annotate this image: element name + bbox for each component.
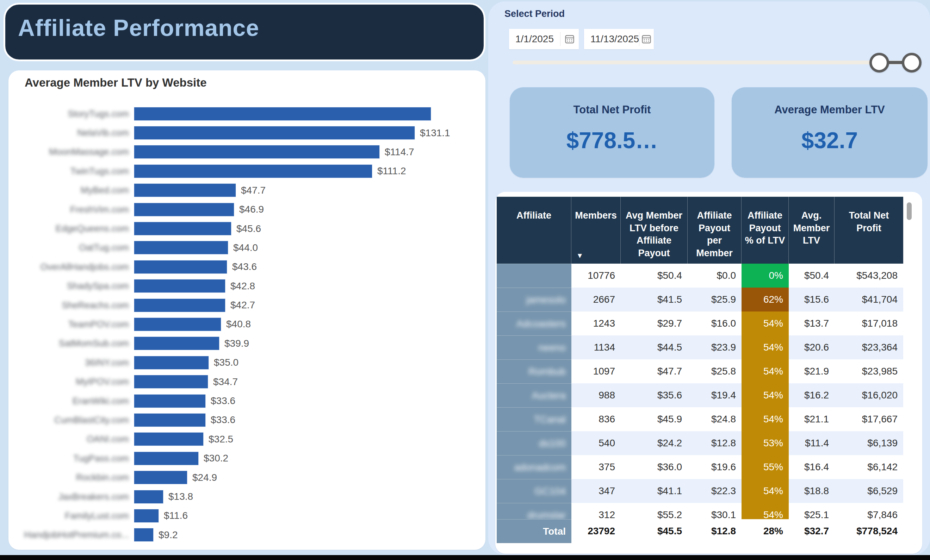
- payout-pct-cell: 54%: [742, 503, 789, 519]
- bar-row: MyBed.com$47.7: [8, 181, 485, 200]
- column-header-members[interactable]: Members▼: [571, 197, 621, 264]
- value-cell: $45.9: [621, 407, 688, 431]
- value-cell: $15.6: [789, 288, 835, 311]
- value-cell: 10776: [571, 264, 621, 288]
- bar-row: MyIPOV.com$34.7: [8, 372, 485, 391]
- column-header-total-net-profit[interactable]: Total Net Profit: [835, 197, 903, 264]
- slider-handle-start[interactable]: [869, 53, 889, 72]
- bar[interactable]: [134, 336, 219, 350]
- table-row[interactable]: TCanal836$45.9$24.854%$21.1$17,667: [497, 407, 903, 431]
- bar-row: OANI.com$32.5: [8, 430, 485, 449]
- column-header-affiliate-payout-per-member[interactable]: Affiliate Payout per Member: [688, 197, 742, 264]
- value-cell: $21.1: [789, 407, 835, 431]
- bar-category-label: MyIPOV.com: [8, 376, 134, 387]
- value-cell: 2667: [571, 288, 621, 311]
- column-header-avg-member-ltv[interactable]: Avg. Member LTV: [789, 197, 835, 264]
- start-date-input[interactable]: 1/1/2025: [509, 29, 579, 49]
- bar-category-label: NelaVib.com: [8, 127, 134, 138]
- bar[interactable]: [134, 318, 221, 331]
- value-cell: $17,667: [835, 407, 903, 431]
- bar[interactable]: [134, 299, 225, 312]
- bar[interactable]: [134, 279, 225, 293]
- bar[interactable]: [134, 452, 199, 465]
- bar[interactable]: [134, 183, 236, 197]
- table-row[interactable]: neeno1134$44.5$23.954%$20.6$23,364: [497, 336, 903, 359]
- total-value-cell: $12.8: [688, 519, 742, 543]
- payout-pct-cell: 0%: [742, 264, 789, 288]
- bar-category-label: Rockbin.com: [8, 472, 134, 483]
- bar[interactable]: [134, 356, 209, 370]
- bar-category-label: SatMomSub.com: [8, 338, 134, 349]
- bar-value-label: $43.6: [232, 261, 257, 272]
- bar[interactable]: [134, 145, 380, 159]
- table-row[interactable]: jamesolo2667$41.5$25.962%$15.6$41,704: [497, 288, 903, 311]
- bar-category-label: SheReachs.com: [8, 300, 134, 311]
- value-cell: $6,529: [835, 479, 903, 503]
- calendar-icon[interactable]: [560, 34, 579, 44]
- end-date-input[interactable]: 11/13/2025: [584, 29, 654, 49]
- bar[interactable]: [134, 509, 159, 523]
- bar[interactable]: [134, 413, 206, 427]
- bar-category-label: OatTug.com: [8, 242, 134, 253]
- bar[interactable]: [134, 107, 431, 121]
- date-range-slider-track[interactable]: [513, 61, 916, 64]
- bar[interactable]: [134, 432, 203, 446]
- bar-value-label: $111.2: [377, 166, 406, 177]
- table-scrollbar-thumb[interactable]: [907, 203, 912, 220]
- value-cell: 1243: [571, 311, 621, 336]
- value-cell: $16.0: [688, 311, 742, 336]
- bar-value-label: $24.9: [192, 472, 217, 483]
- table-row[interactable]: drumslar312$55.2$30.154%$25.1$7,846: [497, 503, 903, 519]
- value-cell: $25.1: [789, 503, 835, 519]
- bar[interactable]: [134, 471, 188, 484]
- table-row[interactable]: Auctera988$35.6$19.454%$16.2$16,020: [497, 383, 903, 407]
- table-row[interactable]: Adcoasters1243$29.7$16.054%$13.7$17,018: [497, 311, 903, 336]
- value-cell: $24.2: [621, 431, 688, 455]
- end-date-value[interactable]: 11/13/2025: [584, 34, 639, 45]
- column-header-affiliate[interactable]: Affiliate: [497, 197, 571, 264]
- table-row[interactable]: 10776$50.4$0.00%$50.4$543,208: [497, 264, 903, 288]
- bar-category-label: MoonMassage.com: [8, 146, 134, 157]
- bar[interactable]: [134, 394, 206, 408]
- bar-value-label: $138.7: [450, 108, 480, 119]
- kpi-value: $778.5…: [567, 127, 658, 153]
- table-row[interactable]: GC104347$41.1$22.354%$18.8$6,529: [497, 479, 903, 503]
- bar-category-label: EranWiki.com: [8, 396, 134, 407]
- bar[interactable]: [134, 490, 163, 504]
- table-row[interactable]: Rombub1097$47.7$25.854%$21.9$23,985: [497, 359, 903, 383]
- value-cell: $17,018: [835, 311, 903, 336]
- sort-descending-icon[interactable]: ▼: [576, 251, 584, 260]
- bar-value-label: $34.7: [213, 376, 238, 388]
- value-cell: $19.6: [688, 455, 742, 479]
- select-period-label: Select Period: [505, 8, 565, 19]
- payout-pct-cell: 54%: [742, 336, 789, 359]
- bar-value-label: $45.6: [236, 223, 261, 235]
- start-date-value[interactable]: 1/1/2025: [509, 34, 560, 45]
- column-header-avg-member-ltv-before-affiliate-payout[interactable]: Avg Member LTV before Affiliate Payout: [621, 197, 688, 264]
- bar[interactable]: [134, 203, 234, 216]
- bar[interactable]: [134, 241, 228, 255]
- value-cell: $18.8: [789, 479, 835, 503]
- bar[interactable]: [134, 260, 227, 274]
- table-row[interactable]: adonadcom375$36.0$19.655%$16.4$6,142: [497, 455, 903, 479]
- bar[interactable]: [134, 375, 208, 388]
- payout-pct-cell: 54%: [742, 407, 789, 431]
- bar-value-label: $13.8: [168, 491, 193, 502]
- calendar-icon[interactable]: [639, 34, 654, 44]
- payout-pct-cell: 54%: [742, 359, 789, 383]
- bar[interactable]: [134, 222, 231, 235]
- bar-row: OverAllHandjobs.com$43.6: [8, 257, 485, 276]
- table-header-row: AffiliateMembers▼Avg Member LTV before A…: [497, 197, 903, 264]
- column-header-affiliate-payout-of-ltv[interactable]: Affiliate Payout % of LTV: [742, 197, 789, 264]
- window-bottom-edge: [0, 555, 930, 560]
- value-cell: $25.8: [688, 359, 742, 383]
- slider-handle-end[interactable]: [902, 53, 922, 72]
- bar[interactable]: [134, 528, 154, 542]
- affiliate-name-cell: [497, 264, 571, 288]
- bar[interactable]: [134, 126, 415, 140]
- affiliate-table-card: AffiliateMembers▼Avg Member LTV before A…: [495, 192, 922, 554]
- value-cell: $41,704: [835, 288, 903, 311]
- bar-row: SheReachs.com$42.7: [8, 296, 485, 315]
- bar[interactable]: [134, 164, 373, 178]
- table-row[interactable]: ds100540$24.2$12.853%$11.4$6,139: [497, 431, 903, 455]
